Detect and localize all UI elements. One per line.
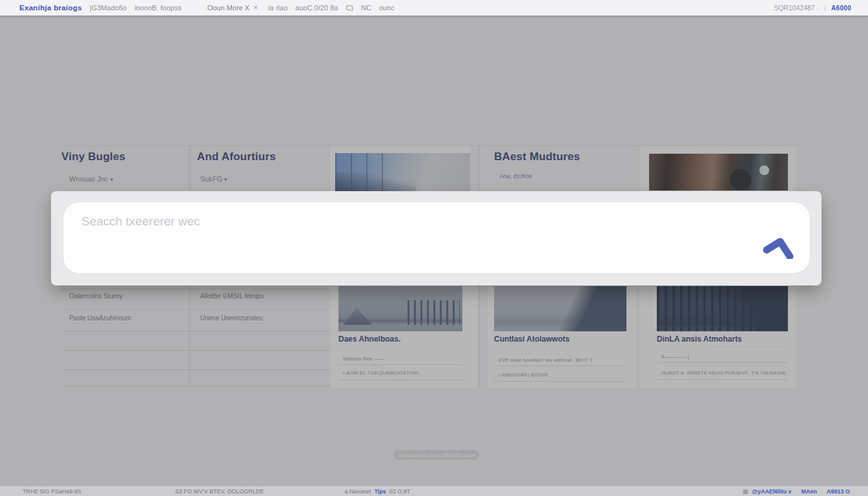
list-item[interactable]: Unene Uneenzunsteu	[200, 315, 263, 322]
chevron-down-icon: ▾	[224, 176, 227, 183]
footer-text-left: TRHE 5IG PSaHa9.8S	[23, 488, 81, 495]
card-meta: Withma Ree ——	[343, 356, 385, 362]
app-window: Viny Bugles And Afourtiurs BAest Mudture…	[0, 0, 868, 496]
search-modal	[51, 191, 822, 285]
close-icon[interactable]: ×	[253, 3, 258, 12]
card-title[interactable]: Cuntlasi Atolawwots	[494, 335, 570, 344]
submit-arrow-icon	[762, 233, 796, 259]
section-heading-1: Viny Bugles	[61, 150, 125, 163]
card-photo-machinery[interactable]	[649, 154, 788, 191]
topbar-item[interactable]: C)	[346, 4, 353, 12]
topbar-right-group: SQR1042487 · | A6000	[774, 4, 851, 12]
footer-dot: ·	[821, 488, 823, 495]
list-item[interactable]: Oalercoins Siuroy	[69, 292, 123, 300]
topbar-separator: |	[824, 4, 826, 12]
list-divider	[61, 331, 329, 331]
card-photo-misty-slope[interactable]	[494, 286, 626, 331]
footer-center-pre: a.Navonet	[344, 488, 371, 495]
list-divider	[61, 386, 329, 387]
card-meta: I-AOR.EL TOEQUMBOOSTIVR.	[343, 370, 420, 376]
footer-link-2[interactable]: MAen	[801, 488, 817, 495]
topbar-item[interactable]: |G3Mado6o	[90, 4, 127, 12]
search-submit-button[interactable]	[762, 233, 796, 259]
card-photo-sky-powerlines[interactable]	[335, 153, 470, 191]
card-title[interactable]: DinLA ansis Atmoharts	[657, 335, 742, 344]
filter-dropdown-2[interactable]: SukFG▾	[200, 175, 227, 183]
list-divider	[61, 350, 329, 351]
card-meta-divider	[494, 366, 626, 366]
card-meta: EVP duae tuwwtud i wu wrrbuae. 38VY. T	[499, 357, 593, 363]
card-meta: HUROT A· SRRETE KEOO PVR.BIVE. T% TIIEAI…	[661, 370, 786, 376]
filter-dropdown-1[interactable]: Wnouas Jnc▾	[69, 175, 113, 183]
topbar-item[interactable]: inoonB. foopss	[134, 4, 181, 12]
card-meta-divider	[494, 381, 626, 382]
topbar-tab[interactable]: Ooun More X ×	[207, 3, 258, 12]
chevron-down-icon: ▾	[110, 176, 114, 183]
footer-center-group: a.Navonet Tips 03 O.8T	[344, 488, 410, 495]
card-meta: A———— |	[661, 354, 689, 360]
card-meta-divider	[338, 364, 462, 365]
topbar-item[interactable]: auoC.0/20 8a	[295, 4, 338, 12]
card-meta-divider	[710, 346, 788, 347]
show-more-link[interactable]: Wowoweiwo Emo BEaHD wuen	[394, 450, 479, 460]
footer-center-post: 03 O.8T	[389, 488, 411, 495]
topbar-item[interactable]: NC	[361, 4, 371, 12]
filter-dropdown-2-label: SukFG	[200, 175, 222, 183]
list-item[interactable]: Aliotbe EMSIL leinips	[200, 292, 264, 300]
footer-right-group: ▦ @yAAEl6litu v · MAen · A9913 O	[743, 488, 850, 495]
card-photo-dark-mountain[interactable]	[657, 286, 788, 331]
topbar-tab-label: Ooun More X	[207, 4, 249, 12]
topbar-item[interactable]: ounc	[379, 4, 395, 12]
browser-topbar: Exanihja braiogs |G3Mado6o inoonB. foops…	[0, 0, 868, 16]
list-divider	[61, 309, 329, 309]
search-box[interactable]	[63, 202, 811, 274]
list-divider	[61, 369, 329, 370]
card-meta: I 4990OGRE) BYZIVE	[499, 372, 549, 378]
footer-center-link[interactable]: Tips	[375, 488, 386, 495]
filter-dropdown-1-label: Wnouas Jnc	[69, 175, 108, 183]
account-id: SQR1042487 ·	[774, 4, 819, 12]
footer-dot: ·	[795, 488, 797, 495]
section-heading-3: BAest Mudtures	[494, 150, 580, 163]
card-title[interactable]: Daes Ahnelboas.	[338, 335, 400, 344]
app-logo[interactable]: Exanihja braiogs	[19, 4, 82, 12]
footer-link-1[interactable]: @yAAEl6litu v	[752, 488, 791, 495]
card-meta-divider	[657, 362, 788, 363]
footer-text-left2: S3 FO WV'V BTEV. DOLOGRLDE	[175, 488, 264, 495]
topbar-item[interactable]: ia rlao	[268, 4, 287, 12]
topbar-link[interactable]: A6000	[831, 5, 851, 12]
grid-icon: ▦	[743, 488, 749, 495]
card-photo-misty-cypress[interactable]	[338, 286, 462, 331]
card-meta-divider	[338, 380, 462, 380]
list-divider	[61, 289, 329, 289]
footer-link-3[interactable]: A9913 O	[827, 488, 850, 495]
list-item[interactable]: Paste UsaAzuhirioum	[69, 315, 131, 322]
footer-bar: TRHE 5IG PSaHa9.8S S3 FO WV'V BTEV. DOLO…	[0, 486, 868, 496]
section-heading-2: And Afourtiurs	[197, 150, 276, 163]
search-input[interactable]	[80, 210, 664, 233]
card-meta-divider	[657, 379, 788, 380]
section-subtext-3: Ana, Et.Ros	[499, 172, 532, 180]
